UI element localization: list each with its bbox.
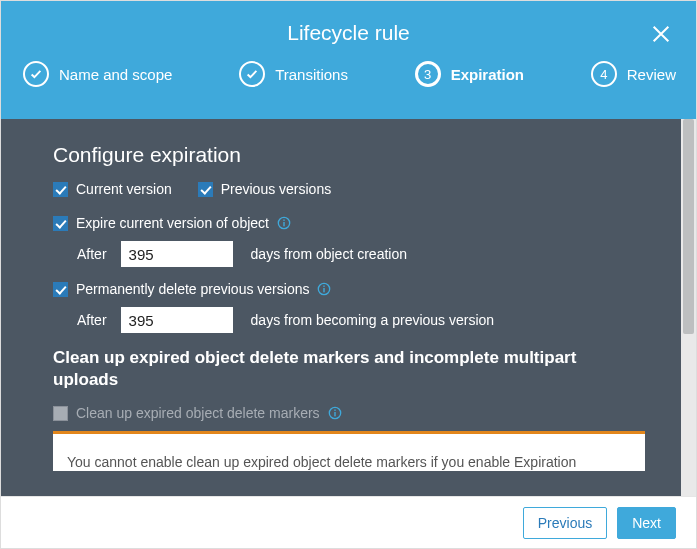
svg-rect-1 (283, 222, 284, 226)
step-review[interactable]: 4 Review (591, 61, 676, 87)
warning-notice: You cannot enable clean up expired objec… (53, 431, 645, 471)
svg-rect-8 (334, 410, 335, 411)
check-icon (245, 67, 259, 81)
section-heading-expiration: Configure expiration (53, 143, 645, 167)
expire-current-days-row: After days from object creation (77, 241, 645, 267)
step-number: 4 (600, 67, 607, 82)
svg-rect-5 (324, 286, 325, 287)
step-number-icon: 3 (415, 61, 441, 87)
expire-current-days-input[interactable] (121, 241, 233, 267)
step-label: Review (627, 66, 676, 83)
previous-versions-label: Previous versions (221, 181, 332, 197)
wizard-steps: Name and scope Transitions 3 Expiration … (1, 61, 696, 87)
expire-current-row: Expire current version of object (53, 215, 645, 231)
warning-text: You cannot enable clean up expired objec… (67, 454, 576, 470)
info-icon[interactable] (317, 282, 331, 296)
modal-body: Configure expiration Current version Pre… (1, 119, 696, 496)
current-version-checkbox[interactable] (53, 182, 68, 197)
previous-button[interactable]: Previous (523, 507, 607, 539)
info-icon[interactable] (328, 406, 342, 420)
cleanup-markers-checkbox (53, 406, 68, 421)
cleanup-markers-row: Clean up expired object delete markers (53, 405, 645, 421)
section-heading-cleanup: Clean up expired object delete markers a… (53, 347, 645, 391)
step-number-icon: 4 (591, 61, 617, 87)
perm-delete-label: Permanently delete previous versions (76, 281, 309, 297)
cleanup-markers-label: Clean up expired object delete markers (76, 405, 320, 421)
modal-footer: Previous Next (1, 496, 696, 548)
perm-delete-checkbox[interactable] (53, 282, 68, 297)
modal-header: Lifecycle rule Name and scope Transition… (1, 1, 696, 119)
after-label: After (77, 312, 107, 328)
perm-delete-row: Permanently delete previous versions (53, 281, 645, 297)
expire-current-label: Expire current version of object (76, 215, 269, 231)
step-completed-icon (23, 61, 49, 87)
perm-delete-suffix: days from becoming a previous version (251, 312, 495, 328)
after-label: After (77, 246, 107, 262)
step-completed-icon (239, 61, 265, 87)
step-name-and-scope[interactable]: Name and scope (23, 61, 172, 87)
step-label: Name and scope (59, 66, 172, 83)
step-label: Transitions (275, 66, 348, 83)
svg-rect-2 (283, 220, 284, 221)
scrollbar-thumb[interactable] (683, 119, 694, 334)
close-button[interactable] (650, 23, 672, 45)
svg-rect-7 (334, 412, 335, 416)
step-label: Expiration (451, 66, 524, 83)
check-icon (29, 67, 43, 81)
info-icon[interactable] (277, 216, 291, 230)
svg-rect-4 (324, 288, 325, 292)
expire-current-checkbox[interactable] (53, 216, 68, 231)
expire-current-suffix: days from object creation (251, 246, 407, 262)
scrollbar-track[interactable] (681, 119, 696, 496)
perm-delete-days-input[interactable] (121, 307, 233, 333)
version-scope-row: Current version Previous versions (53, 181, 645, 197)
close-icon (650, 23, 672, 45)
next-button[interactable]: Next (617, 507, 676, 539)
current-version-label: Current version (76, 181, 172, 197)
step-number: 3 (424, 67, 431, 82)
previous-versions-checkbox[interactable] (198, 182, 213, 197)
modal-wrapper: Lifecycle rule Name and scope Transition… (0, 0, 697, 549)
modal-body-content: Configure expiration Current version Pre… (1, 119, 681, 496)
step-transitions[interactable]: Transitions (239, 61, 348, 87)
perm-delete-days-row: After days from becoming a previous vers… (77, 307, 645, 333)
step-expiration[interactable]: 3 Expiration (415, 61, 524, 87)
modal-title: Lifecycle rule (1, 9, 696, 61)
